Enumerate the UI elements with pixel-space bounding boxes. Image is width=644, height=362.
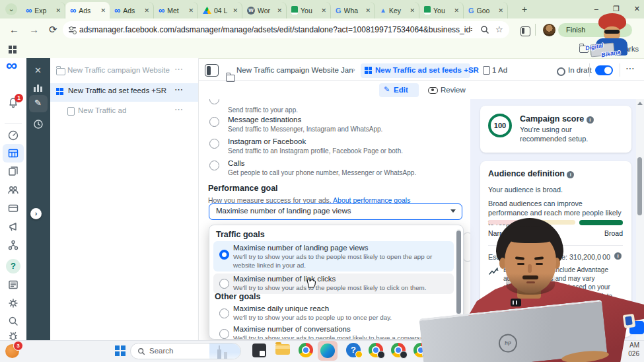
tab[interactable]: WWor✕ [242, 2, 287, 18]
billing-card-icon[interactable] [7, 202, 19, 214]
breadcrumb-ad[interactable]: 1 Ad [492, 66, 507, 74]
meta-logo-icon[interactable]: ∞ [6, 62, 17, 69]
campaign-score-card: 100 Campaign score i You're using our re… [480, 106, 631, 153]
tab[interactable]: ∞Exp✕ [21, 2, 65, 18]
chrome-icon[interactable] [299, 343, 313, 357]
info-icon[interactable]: i [587, 116, 594, 124]
tab-close-icon[interactable]: ✕ [231, 7, 239, 14]
expand-panel-chevron[interactable]: › [30, 208, 42, 219]
tab-close-icon[interactable]: ✕ [364, 7, 372, 14]
tab-close-icon[interactable]: ✕ [408, 7, 416, 14]
tab-close-icon[interactable]: ✕ [497, 7, 505, 14]
info-icon[interactable]: i [567, 171, 574, 178]
org-chart-icon[interactable] [7, 239, 19, 251]
adset-active-toggle[interactable] [595, 65, 613, 75]
tab[interactable]: ∞Ads✕ [110, 2, 154, 18]
scrollbar-thumb[interactable] [637, 157, 642, 215]
task-view-icon[interactable] [252, 344, 266, 357]
chevron-down-icon [450, 209, 456, 213]
more-icon[interactable]: ⋯ [174, 64, 183, 74]
presenter-eye [517, 263, 524, 265]
tree-item-campaign[interactable]: New Traffic campaign Website Jan [67, 66, 172, 74]
option-title[interactable]: Calls [228, 159, 245, 167]
tab[interactable]: You✕ [419, 2, 464, 18]
audience-meter-broad-segment [579, 220, 623, 225]
audiences-icon[interactable] [7, 184, 20, 196]
url-text[interactable]: adsmanager.facebook.com/adsmanager/manag… [79, 25, 472, 34]
meta-icon: ∞ [70, 7, 76, 14]
radio [219, 308, 229, 318]
tab-close-icon[interactable]: ✕ [275, 7, 283, 14]
site-settings-icon[interactable] [69, 26, 77, 34]
overview-speedometer-icon[interactable] [7, 129, 19, 141]
google-icon: G [468, 7, 474, 15]
bookmark-star-icon[interactable]: ☆ [495, 24, 503, 34]
taskbar-search[interactable]: Search [130, 343, 241, 359]
sheets-icon [291, 6, 298, 15]
tab-active[interactable]: ∞Ads✕ [65, 2, 110, 18]
forward-button[interactable]: → [29, 24, 39, 35]
apps-grid-icon[interactable] [9, 46, 12, 49]
tab-close-icon[interactable]: ✕ [54, 7, 62, 14]
dropdown-option-daily-unique-reach[interactable]: Maximise daily unique reach We'll try to… [213, 303, 454, 324]
megaphone-icon[interactable] [7, 221, 19, 233]
radio-message-destinations[interactable] [209, 117, 219, 127]
tab[interactable]: 04 L✕ [198, 2, 242, 18]
tree-item-ad[interactable]: New Traffic ad [78, 106, 126, 114]
new-tab-button[interactable]: + [522, 4, 527, 15]
google-icon: G [336, 7, 341, 15]
campaign-score-title: Campaign score i [520, 114, 594, 124]
edge-active-highlight[interactable] [318, 341, 338, 361]
tab[interactable]: ▲Key✕ [375, 2, 419, 18]
radio-calls[interactable] [209, 161, 219, 170]
tab[interactable]: GGoo✕ [464, 2, 508, 18]
search-icon[interactable] [7, 315, 19, 327]
option-title[interactable]: Instagram or Facebook [228, 137, 306, 145]
windows-start-button[interactable] [115, 345, 120, 350]
close-editor-icon[interactable]: ✕ [34, 65, 42, 75]
tab-close-icon[interactable]: ✕ [143, 7, 151, 14]
back-button[interactable]: ← [9, 24, 19, 35]
help-icon[interactable]: ? [6, 259, 20, 273]
divider [589, 63, 590, 77]
notification-badge: 1 [15, 94, 23, 102]
tab[interactable]: You✕ [287, 2, 331, 18]
settings-gear-icon[interactable] [7, 297, 19, 309]
profile-avatar[interactable] [543, 24, 555, 36]
scroll-up-icon[interactable] [637, 102, 643, 105]
breadcrumb-adset-chip[interactable]: New Traffic ad set feeds +SR [361, 63, 470, 78]
more-icon[interactable]: ⋯ [174, 85, 183, 94]
tab-close-icon[interactable]: ✕ [99, 7, 107, 14]
edit-pencil-tool-active[interactable]: ✎ [29, 95, 48, 112]
dropdown-option-link-clicks[interactable]: Maximise number of link clicks We'll try… [213, 273, 454, 294]
review-tab[interactable]: Review [427, 83, 473, 97]
drive-icon [203, 7, 211, 14]
dropdown-group-label: Other goals [215, 292, 260, 301]
campaigns-tab-selected[interactable] [3, 144, 24, 163]
breadcrumb-campaign[interactable]: New Traffic campaign Website Jan [236, 66, 353, 74]
file-explorer-icon[interactable] [275, 344, 290, 355]
history-clock-icon[interactable] [33, 119, 44, 129]
radio-instagram-facebook[interactable] [209, 139, 219, 149]
tab-search-chevron-icon[interactable]: ⌄ [5, 3, 17, 15]
option-desc: Get people to call your phone number, Me… [228, 169, 416, 176]
header-more-button[interactable]: ⋯ [626, 63, 635, 73]
dropdown-option-landing-page-views[interactable]: Maximise number of landing page views We… [213, 241, 454, 272]
tab[interactable]: ∞Met✕ [154, 2, 198, 18]
zoom-icon[interactable] [480, 25, 489, 34]
info-icon[interactable]: i [614, 252, 622, 260]
option-title[interactable]: Message destinations [228, 116, 301, 124]
dropdown-option-conversations[interactable]: Maximise number of conversations We'll t… [213, 324, 454, 340]
pages-icon[interactable] [7, 165, 19, 177]
reload-button[interactable]: ⟳ [49, 24, 57, 36]
reporting-icon[interactable] [7, 279, 19, 291]
edit-tab[interactable]: ✎ Edit [379, 83, 419, 97]
panel-toggle-icon[interactable] [205, 64, 219, 77]
tab-close-icon[interactable]: ✕ [187, 7, 195, 14]
radio-app[interactable] [209, 99, 219, 104]
tab-close-icon[interactable]: ✕ [452, 7, 460, 14]
tab-close-icon[interactable]: ✕ [320, 7, 328, 14]
tab[interactable]: GWha✕ [331, 2, 375, 18]
side-panel-icon[interactable] [520, 26, 530, 36]
more-icon[interactable]: ⋯ [174, 104, 183, 114]
